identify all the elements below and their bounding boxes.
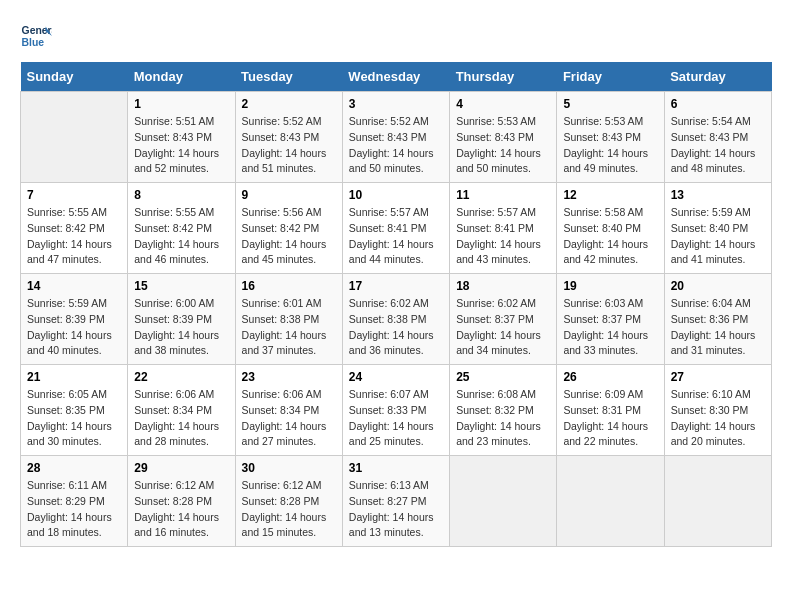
day-number: 20	[671, 279, 765, 293]
day-info: Sunrise: 5:52 AM Sunset: 8:43 PM Dayligh…	[349, 114, 443, 177]
day-number: 23	[242, 370, 336, 384]
calendar-week-row: 28Sunrise: 6:11 AM Sunset: 8:29 PM Dayli…	[21, 456, 772, 547]
day-number: 25	[456, 370, 550, 384]
calendar-cell: 4Sunrise: 5:53 AM Sunset: 8:43 PM Daylig…	[450, 92, 557, 183]
calendar-cell	[664, 456, 771, 547]
calendar-cell: 27Sunrise: 6:10 AM Sunset: 8:30 PM Dayli…	[664, 365, 771, 456]
calendar-cell: 25Sunrise: 6:08 AM Sunset: 8:32 PM Dayli…	[450, 365, 557, 456]
calendar-table: SundayMondayTuesdayWednesdayThursdayFrid…	[20, 62, 772, 547]
day-number: 18	[456, 279, 550, 293]
calendar-cell: 30Sunrise: 6:12 AM Sunset: 8:28 PM Dayli…	[235, 456, 342, 547]
calendar-cell: 6Sunrise: 5:54 AM Sunset: 8:43 PM Daylig…	[664, 92, 771, 183]
calendar-cell: 7Sunrise: 5:55 AM Sunset: 8:42 PM Daylig…	[21, 183, 128, 274]
day-number: 28	[27, 461, 121, 475]
calendar-cell: 16Sunrise: 6:01 AM Sunset: 8:38 PM Dayli…	[235, 274, 342, 365]
day-info: Sunrise: 6:10 AM Sunset: 8:30 PM Dayligh…	[671, 387, 765, 450]
calendar-cell: 8Sunrise: 5:55 AM Sunset: 8:42 PM Daylig…	[128, 183, 235, 274]
calendar-cell: 13Sunrise: 5:59 AM Sunset: 8:40 PM Dayli…	[664, 183, 771, 274]
day-number: 8	[134, 188, 228, 202]
calendar-cell	[21, 92, 128, 183]
day-info: Sunrise: 5:53 AM Sunset: 8:43 PM Dayligh…	[456, 114, 550, 177]
day-info: Sunrise: 6:04 AM Sunset: 8:36 PM Dayligh…	[671, 296, 765, 359]
day-info: Sunrise: 6:00 AM Sunset: 8:39 PM Dayligh…	[134, 296, 228, 359]
day-info: Sunrise: 5:57 AM Sunset: 8:41 PM Dayligh…	[456, 205, 550, 268]
calendar-header-sunday: Sunday	[21, 62, 128, 92]
day-number: 6	[671, 97, 765, 111]
calendar-header-saturday: Saturday	[664, 62, 771, 92]
calendar-cell: 18Sunrise: 6:02 AM Sunset: 8:37 PM Dayli…	[450, 274, 557, 365]
day-number: 17	[349, 279, 443, 293]
day-info: Sunrise: 5:58 AM Sunset: 8:40 PM Dayligh…	[563, 205, 657, 268]
logo: General Blue	[20, 20, 52, 52]
day-info: Sunrise: 6:02 AM Sunset: 8:38 PM Dayligh…	[349, 296, 443, 359]
calendar-cell: 10Sunrise: 5:57 AM Sunset: 8:41 PM Dayli…	[342, 183, 449, 274]
page-header: General Blue	[20, 20, 772, 52]
day-number: 7	[27, 188, 121, 202]
calendar-header-row: SundayMondayTuesdayWednesdayThursdayFrid…	[21, 62, 772, 92]
day-number: 29	[134, 461, 228, 475]
calendar-cell: 3Sunrise: 5:52 AM Sunset: 8:43 PM Daylig…	[342, 92, 449, 183]
calendar-header-thursday: Thursday	[450, 62, 557, 92]
day-info: Sunrise: 5:59 AM Sunset: 8:39 PM Dayligh…	[27, 296, 121, 359]
day-number: 31	[349, 461, 443, 475]
calendar-week-row: 1Sunrise: 5:51 AM Sunset: 8:43 PM Daylig…	[21, 92, 772, 183]
day-number: 4	[456, 97, 550, 111]
day-number: 24	[349, 370, 443, 384]
day-number: 12	[563, 188, 657, 202]
day-info: Sunrise: 6:13 AM Sunset: 8:27 PM Dayligh…	[349, 478, 443, 541]
calendar-cell: 21Sunrise: 6:05 AM Sunset: 8:35 PM Dayli…	[21, 365, 128, 456]
day-number: 3	[349, 97, 443, 111]
day-number: 27	[671, 370, 765, 384]
calendar-cell: 23Sunrise: 6:06 AM Sunset: 8:34 PM Dayli…	[235, 365, 342, 456]
day-info: Sunrise: 6:11 AM Sunset: 8:29 PM Dayligh…	[27, 478, 121, 541]
day-number: 10	[349, 188, 443, 202]
day-number: 5	[563, 97, 657, 111]
day-info: Sunrise: 6:12 AM Sunset: 8:28 PM Dayligh…	[134, 478, 228, 541]
day-info: Sunrise: 6:06 AM Sunset: 8:34 PM Dayligh…	[242, 387, 336, 450]
calendar-cell: 17Sunrise: 6:02 AM Sunset: 8:38 PM Dayli…	[342, 274, 449, 365]
day-info: Sunrise: 5:51 AM Sunset: 8:43 PM Dayligh…	[134, 114, 228, 177]
calendar-cell: 24Sunrise: 6:07 AM Sunset: 8:33 PM Dayli…	[342, 365, 449, 456]
calendar-cell	[557, 456, 664, 547]
svg-text:Blue: Blue	[22, 37, 45, 48]
day-info: Sunrise: 6:08 AM Sunset: 8:32 PM Dayligh…	[456, 387, 550, 450]
day-number: 9	[242, 188, 336, 202]
day-number: 1	[134, 97, 228, 111]
calendar-cell: 19Sunrise: 6:03 AM Sunset: 8:37 PM Dayli…	[557, 274, 664, 365]
day-info: Sunrise: 6:12 AM Sunset: 8:28 PM Dayligh…	[242, 478, 336, 541]
day-info: Sunrise: 5:57 AM Sunset: 8:41 PM Dayligh…	[349, 205, 443, 268]
calendar-cell: 31Sunrise: 6:13 AM Sunset: 8:27 PM Dayli…	[342, 456, 449, 547]
day-number: 13	[671, 188, 765, 202]
day-info: Sunrise: 5:55 AM Sunset: 8:42 PM Dayligh…	[27, 205, 121, 268]
day-info: Sunrise: 6:09 AM Sunset: 8:31 PM Dayligh…	[563, 387, 657, 450]
day-number: 21	[27, 370, 121, 384]
calendar-week-row: 14Sunrise: 5:59 AM Sunset: 8:39 PM Dayli…	[21, 274, 772, 365]
day-info: Sunrise: 5:55 AM Sunset: 8:42 PM Dayligh…	[134, 205, 228, 268]
calendar-cell: 11Sunrise: 5:57 AM Sunset: 8:41 PM Dayli…	[450, 183, 557, 274]
calendar-cell: 15Sunrise: 6:00 AM Sunset: 8:39 PM Dayli…	[128, 274, 235, 365]
calendar-cell	[450, 456, 557, 547]
day-info: Sunrise: 6:02 AM Sunset: 8:37 PM Dayligh…	[456, 296, 550, 359]
day-number: 14	[27, 279, 121, 293]
calendar-header-friday: Friday	[557, 62, 664, 92]
day-info: Sunrise: 5:53 AM Sunset: 8:43 PM Dayligh…	[563, 114, 657, 177]
calendar-week-row: 7Sunrise: 5:55 AM Sunset: 8:42 PM Daylig…	[21, 183, 772, 274]
day-number: 26	[563, 370, 657, 384]
calendar-cell: 28Sunrise: 6:11 AM Sunset: 8:29 PM Dayli…	[21, 456, 128, 547]
calendar-cell: 2Sunrise: 5:52 AM Sunset: 8:43 PM Daylig…	[235, 92, 342, 183]
calendar-week-row: 21Sunrise: 6:05 AM Sunset: 8:35 PM Dayli…	[21, 365, 772, 456]
day-number: 2	[242, 97, 336, 111]
calendar-cell: 5Sunrise: 5:53 AM Sunset: 8:43 PM Daylig…	[557, 92, 664, 183]
calendar-cell: 12Sunrise: 5:58 AM Sunset: 8:40 PM Dayli…	[557, 183, 664, 274]
calendar-cell: 20Sunrise: 6:04 AM Sunset: 8:36 PM Dayli…	[664, 274, 771, 365]
calendar-cell: 1Sunrise: 5:51 AM Sunset: 8:43 PM Daylig…	[128, 92, 235, 183]
day-info: Sunrise: 5:54 AM Sunset: 8:43 PM Dayligh…	[671, 114, 765, 177]
day-info: Sunrise: 5:52 AM Sunset: 8:43 PM Dayligh…	[242, 114, 336, 177]
calendar-header-wednesday: Wednesday	[342, 62, 449, 92]
calendar-cell: 14Sunrise: 5:59 AM Sunset: 8:39 PM Dayli…	[21, 274, 128, 365]
calendar-cell: 9Sunrise: 5:56 AM Sunset: 8:42 PM Daylig…	[235, 183, 342, 274]
day-number: 19	[563, 279, 657, 293]
day-info: Sunrise: 5:56 AM Sunset: 8:42 PM Dayligh…	[242, 205, 336, 268]
calendar-header-tuesday: Tuesday	[235, 62, 342, 92]
logo-icon: General Blue	[20, 20, 52, 52]
